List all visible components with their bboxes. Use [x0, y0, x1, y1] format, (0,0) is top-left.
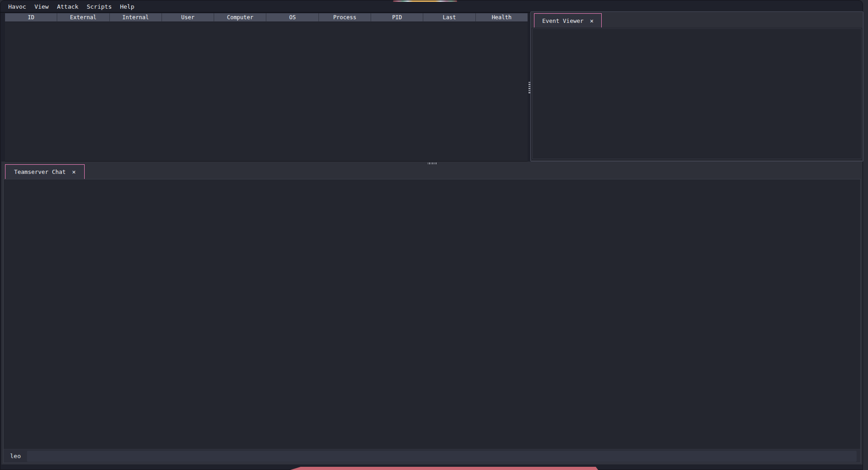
havoc-window: Havoc View Attack Scripts Help ID Extern… [0, 0, 863, 470]
chat-input-row: leo [4, 449, 860, 463]
tab-event-viewer[interactable]: Event Viewer ✕ [534, 13, 602, 27]
close-icon[interactable]: ✕ [72, 169, 76, 175]
splitter-dot [434, 162, 435, 164]
column-header-external[interactable]: External [57, 13, 109, 22]
menu-item-attack[interactable]: Attack [53, 2, 82, 11]
column-header-pid[interactable]: PID [371, 13, 423, 22]
horizontal-splitter[interactable] [0, 162, 863, 165]
event-viewer-panel: Event Viewer ✕ [530, 11, 863, 162]
tab-teamserver-chat-label: Teamserver Chat [14, 168, 66, 175]
notification-toast[interactable] [289, 467, 598, 470]
background-window-sliver [393, 0, 457, 2]
splitter-dot [428, 162, 429, 164]
chat-message-input[interactable] [27, 451, 857, 462]
teamserver-chat-panel: Teamserver Chat ✕ leo [1, 162, 863, 465]
menu-bar: Havoc View Attack Scripts Help [4, 1, 859, 12]
column-header-health[interactable]: Health [476, 13, 528, 22]
column-header-user[interactable]: User [162, 13, 214, 22]
column-header-last[interactable]: Last [423, 13, 475, 22]
column-header-os[interactable]: OS [266, 13, 318, 22]
sessions-table-header: ID External Internal User Computer OS Pr… [5, 13, 528, 22]
splitter-dot [436, 162, 437, 164]
column-header-computer[interactable]: Computer [214, 13, 266, 22]
splitter-dot [429, 162, 430, 164]
splitter-dot [431, 162, 432, 164]
menu-item-havoc[interactable]: Havoc [4, 2, 30, 11]
tab-event-viewer-label: Event Viewer [542, 17, 583, 24]
event-viewer-content [532, 28, 862, 159]
sessions-table-body [5, 22, 528, 161]
close-icon[interactable]: ✕ [590, 18, 593, 24]
tab-teamserver-chat[interactable]: Teamserver Chat ✕ [5, 164, 85, 179]
splitter-dot [432, 162, 433, 164]
menu-item-view[interactable]: View [30, 2, 53, 11]
menu-item-help[interactable]: Help [116, 2, 138, 11]
chat-frame: leo [3, 179, 861, 463]
column-header-process[interactable]: Process [319, 13, 371, 22]
column-header-internal[interactable]: Internal [110, 13, 162, 22]
menu-item-scripts[interactable]: Scripts [82, 2, 116, 11]
chat-messages-area [4, 179, 860, 449]
sessions-table: ID External Internal User Computer OS Pr… [5, 13, 528, 162]
chat-username-label: leo [10, 453, 21, 459]
column-header-id[interactable]: ID [5, 13, 57, 22]
